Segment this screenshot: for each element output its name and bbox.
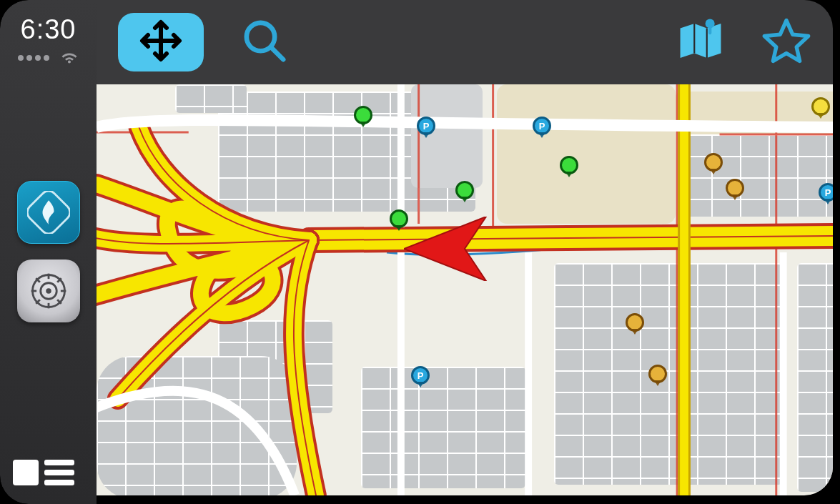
cell-signal-icon xyxy=(18,55,49,61)
svg-point-11 xyxy=(46,288,51,294)
poi-park[interactable] xyxy=(354,106,372,124)
grid-view-icon xyxy=(13,460,39,485)
carplay-screen: 6:30 xyxy=(0,0,840,504)
clock: 6:30 xyxy=(21,14,76,45)
pan-button[interactable] xyxy=(118,13,204,71)
poi-campsite[interactable] xyxy=(726,179,744,197)
poi-park[interactable] xyxy=(390,209,408,228)
star-icon xyxy=(761,16,811,69)
poi-parking[interactable]: P xyxy=(411,366,430,385)
svg-marker-17 xyxy=(764,21,808,61)
map-pin-icon xyxy=(676,16,726,69)
view-toggle-button[interactable] xyxy=(13,460,74,485)
status-row xyxy=(18,49,79,66)
map-toolbar xyxy=(97,0,833,84)
poi-service[interactable] xyxy=(811,97,830,116)
poi-campsite[interactable] xyxy=(704,153,723,172)
poi-parking[interactable]: P xyxy=(533,117,551,135)
search-button[interactable] xyxy=(239,16,290,69)
map-viewport[interactable]: PPPP xyxy=(97,84,833,495)
list-view-icon xyxy=(44,460,74,485)
sidebar-apps xyxy=(17,181,80,322)
poi-parking[interactable]: P xyxy=(417,117,435,135)
favorites-button[interactable] xyxy=(761,16,811,69)
road-network xyxy=(97,84,833,495)
status-sidebar: 6:30 xyxy=(0,0,97,504)
poi-campsite[interactable] xyxy=(626,313,644,332)
search-icon xyxy=(239,16,290,69)
svg-line-15 xyxy=(272,48,283,59)
poi-parking[interactable]: P xyxy=(819,183,833,202)
settings-app-icon[interactable] xyxy=(17,260,80,322)
poi-park[interactable] xyxy=(455,181,474,199)
navigation-app-icon[interactable] xyxy=(17,181,80,244)
poi-park[interactable] xyxy=(560,156,578,174)
wifi-icon xyxy=(59,49,79,66)
mapstyle-button[interactable] xyxy=(676,16,726,69)
poi-campsite[interactable] xyxy=(648,365,667,383)
move-arrows-icon xyxy=(138,18,184,66)
